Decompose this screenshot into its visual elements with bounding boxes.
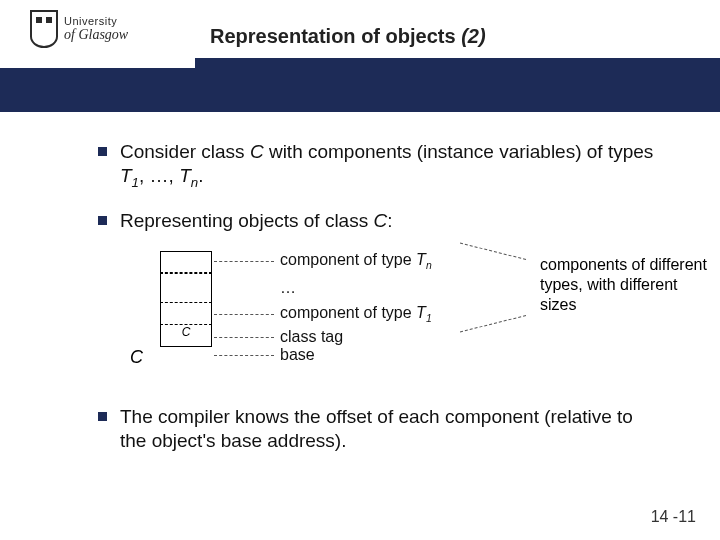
- logo-line2: of Glasgow: [64, 27, 128, 43]
- university-logo: University of Glasgow: [30, 10, 128, 48]
- t: with components (instance variables) of …: [264, 141, 654, 162]
- t: :: [387, 210, 392, 231]
- page-number: 14 -11: [651, 508, 696, 526]
- header-band: [0, 68, 720, 112]
- bullet-3: The compiler knows the offset of each co…: [120, 405, 660, 453]
- annotation-base: base: [280, 346, 315, 364]
- annotation-different-types: components of different types, with diff…: [540, 255, 710, 315]
- title-suffix: (2): [461, 25, 485, 47]
- annotation-component-t1: component of type T1: [280, 304, 432, 324]
- t: , …,: [139, 165, 179, 186]
- t: Consider class: [120, 141, 250, 162]
- object-layout-diagram: C C component of type Tn … component of …: [120, 251, 660, 391]
- cell-component-n: [160, 251, 212, 273]
- bullet-2: Representing objects of class C:: [120, 209, 660, 233]
- pointer-line: [214, 314, 274, 315]
- title-underline: [195, 58, 720, 68]
- title-prefix: Representation of objects: [210, 25, 461, 47]
- pointer-line: [214, 355, 274, 356]
- memory-block: C: [160, 251, 212, 347]
- cell-component-1: [160, 303, 212, 325]
- cell-class-tag: C: [160, 325, 212, 347]
- pointer-line: [214, 337, 274, 338]
- crest-icon: [30, 10, 58, 48]
- sub-1: 1: [132, 175, 139, 190]
- slide-content: Consider class C with components (instan…: [0, 120, 720, 470]
- pointer-line: [214, 261, 274, 262]
- bullet-1: Consider class C with components (instan…: [120, 140, 660, 191]
- t: Representing objects of class: [120, 210, 373, 231]
- class-label-side: C: [130, 347, 143, 368]
- cell-ellipsis: [160, 273, 212, 303]
- annotation-class-tag: class tag: [280, 328, 343, 346]
- slide-title: Representation of objects (2): [210, 25, 486, 48]
- brace-icon: [516, 257, 534, 321]
- t: .: [198, 165, 203, 186]
- class-c: C: [373, 210, 387, 231]
- type-t: T: [179, 165, 191, 186]
- annotation-component-tn: component of type Tn: [280, 251, 432, 271]
- class-c: C: [250, 141, 264, 162]
- annotation-ellipsis: …: [280, 279, 296, 297]
- logo-line1: University: [64, 15, 128, 27]
- type-t: T: [120, 165, 132, 186]
